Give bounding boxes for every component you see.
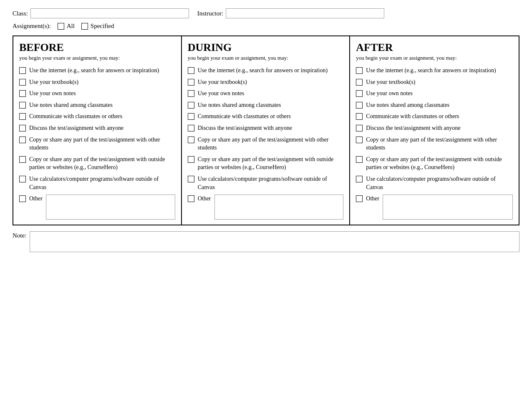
before-item-8-checkbox[interactable] bbox=[19, 176, 26, 182]
list-item: Copy or share any part of the test/assig… bbox=[188, 155, 344, 172]
list-item: Copy or share any part of the test/assig… bbox=[19, 155, 175, 172]
during-other-row: Other bbox=[188, 195, 344, 220]
list-item: Use your textbook(s) bbox=[356, 78, 513, 86]
list-item: Use your own notes bbox=[19, 89, 175, 98]
after-item-4-text: Communicate with classmates or others bbox=[366, 112, 459, 121]
during-column: DURING you begin your exam or assignment… bbox=[182, 36, 350, 225]
list-item: Discuss the test/assignment with anyone bbox=[356, 124, 513, 132]
during-other-checkbox[interactable] bbox=[188, 195, 194, 202]
all-option[interactable]: All bbox=[58, 23, 75, 30]
note-input[interactable] bbox=[30, 231, 519, 252]
list-item: Use the internet (e.g., search for answe… bbox=[188, 66, 344, 75]
all-checkbox[interactable] bbox=[58, 23, 64, 30]
after-item-2-text: Use your own notes bbox=[366, 89, 413, 98]
list-item: Discuss the test/assignment with anyone bbox=[19, 124, 175, 132]
during-item-2-checkbox[interactable] bbox=[188, 90, 194, 97]
before-subtitle: you begin your exam or assignment, you m… bbox=[19, 55, 175, 61]
before-item-2-text: Use your own notes bbox=[29, 89, 76, 98]
during-item-4-checkbox[interactable] bbox=[188, 113, 194, 120]
during-other-input[interactable] bbox=[214, 195, 344, 220]
before-item-list: Use the internet (e.g., search for answe… bbox=[19, 66, 175, 191]
after-item-5-checkbox[interactable] bbox=[356, 125, 363, 131]
list-item: Use calculators/computer programs/softwa… bbox=[188, 175, 344, 191]
after-title: AFTER bbox=[356, 41, 513, 54]
list-item: Use the internet (e.g., search for answe… bbox=[356, 66, 513, 75]
after-item-5-text: Discuss the test/assignment with anyone bbox=[366, 124, 460, 132]
list-item: Use your textbook(s) bbox=[188, 78, 344, 86]
during-item-list: Use the internet (e.g., search for answe… bbox=[188, 66, 344, 191]
during-other-label: Other bbox=[198, 195, 211, 202]
before-other-label: Other bbox=[29, 195, 43, 202]
before-item-6-checkbox[interactable] bbox=[19, 137, 26, 143]
before-other-checkbox[interactable] bbox=[19, 195, 26, 202]
during-item-5-checkbox[interactable] bbox=[188, 125, 194, 131]
after-item-4-checkbox[interactable] bbox=[356, 113, 363, 120]
after-item-0-checkbox[interactable] bbox=[356, 67, 363, 74]
during-item-7-checkbox[interactable] bbox=[188, 156, 194, 163]
before-item-0-checkbox[interactable] bbox=[19, 67, 26, 74]
before-item-3-checkbox[interactable] bbox=[19, 102, 26, 109]
class-input[interactable] bbox=[30, 8, 189, 18]
after-item-6-checkbox[interactable] bbox=[356, 137, 363, 143]
specified-checkbox[interactable] bbox=[81, 23, 88, 30]
during-item-8-checkbox[interactable] bbox=[188, 176, 194, 182]
during-title: DURING bbox=[188, 41, 344, 54]
list-item: Use notes shared among classmates bbox=[19, 101, 175, 109]
during-item-1-checkbox[interactable] bbox=[188, 79, 194, 86]
instructor-input[interactable] bbox=[226, 8, 384, 18]
list-item: Communicate with classmates or others bbox=[188, 112, 344, 121]
during-item-6-checkbox[interactable] bbox=[188, 137, 194, 143]
list-item: Use the internet (e.g., search for answe… bbox=[19, 66, 175, 75]
before-item-1-checkbox[interactable] bbox=[19, 79, 26, 86]
all-label: All bbox=[67, 23, 75, 30]
instructor-label: Instructor: bbox=[197, 10, 223, 17]
header-row: Class: Instructor: bbox=[13, 8, 519, 18]
during-item-2-text: Use your own notes bbox=[198, 89, 245, 98]
before-item-7-checkbox[interactable] bbox=[19, 156, 26, 163]
during-item-5-text: Discuss the test/assignment with anyone bbox=[198, 124, 292, 132]
after-item-6-text: Copy or share any part of the test/assig… bbox=[366, 136, 513, 152]
note-row: Note: bbox=[13, 231, 519, 252]
during-item-3-checkbox[interactable] bbox=[188, 102, 194, 109]
list-item: Use calculators/computer programs/softwa… bbox=[356, 175, 513, 191]
before-item-6-text: Copy or share any part of the test/assig… bbox=[29, 136, 175, 152]
before-column: BEFORE you begin your exam or assignment… bbox=[13, 36, 182, 225]
list-item: Use notes shared among classmates bbox=[188, 101, 344, 109]
after-other-input[interactable] bbox=[383, 195, 513, 220]
list-item: Communicate with classmates or others bbox=[356, 112, 513, 121]
before-item-5-text: Discuss the test/assignment with anyone bbox=[29, 124, 124, 132]
before-item-2-checkbox[interactable] bbox=[19, 90, 26, 97]
before-other-input[interactable] bbox=[46, 195, 175, 220]
specified-option[interactable]: Specified bbox=[81, 23, 114, 30]
list-item: Use notes shared among classmates bbox=[356, 101, 513, 109]
before-item-5-checkbox[interactable] bbox=[19, 125, 26, 131]
during-item-0-text: Use the internet (e.g., search for answe… bbox=[198, 66, 328, 75]
after-item-7-checkbox[interactable] bbox=[356, 156, 363, 163]
after-item-1-checkbox[interactable] bbox=[356, 79, 363, 86]
list-item: Copy or share any part of the test/assig… bbox=[356, 155, 513, 172]
note-label: Note: bbox=[13, 231, 26, 239]
list-item: Communicate with classmates or others bbox=[19, 112, 175, 121]
during-subtitle: you begin your exam or assignment, you m… bbox=[188, 55, 344, 61]
instructor-field: Instructor: bbox=[197, 8, 384, 18]
class-field: Class: bbox=[13, 8, 189, 18]
main-grid: BEFORE you begin your exam or assignment… bbox=[13, 35, 519, 225]
after-item-8-text: Use calculators/computer programs/softwa… bbox=[366, 175, 513, 191]
after-other-checkbox[interactable] bbox=[356, 195, 363, 202]
after-subtitle: you begin your exam or assignment, you m… bbox=[356, 55, 513, 61]
after-item-list: Use the internet (e.g., search for answe… bbox=[356, 66, 513, 191]
list-item: Copy or share any part of the test/assig… bbox=[19, 136, 175, 152]
before-item-4-checkbox[interactable] bbox=[19, 113, 26, 120]
list-item: Copy or share any part of the test/assig… bbox=[356, 136, 513, 152]
during-item-0-checkbox[interactable] bbox=[188, 67, 194, 74]
during-item-8-text: Use calculators/computer programs/softwa… bbox=[198, 175, 344, 191]
after-item-8-checkbox[interactable] bbox=[356, 176, 363, 182]
during-item-7-text: Copy or share any part of the test/assig… bbox=[198, 155, 344, 172]
after-item-2-checkbox[interactable] bbox=[356, 90, 363, 97]
list-item: Copy or share any part of the test/assig… bbox=[188, 136, 344, 152]
after-item-3-checkbox[interactable] bbox=[356, 102, 363, 109]
after-item-1-text: Use your textbook(s) bbox=[366, 78, 415, 86]
during-item-1-text: Use your textbook(s) bbox=[198, 78, 247, 86]
during-item-6-text: Copy or share any part of the test/assig… bbox=[198, 136, 344, 152]
before-item-4-text: Communicate with classmates or others bbox=[29, 112, 122, 121]
